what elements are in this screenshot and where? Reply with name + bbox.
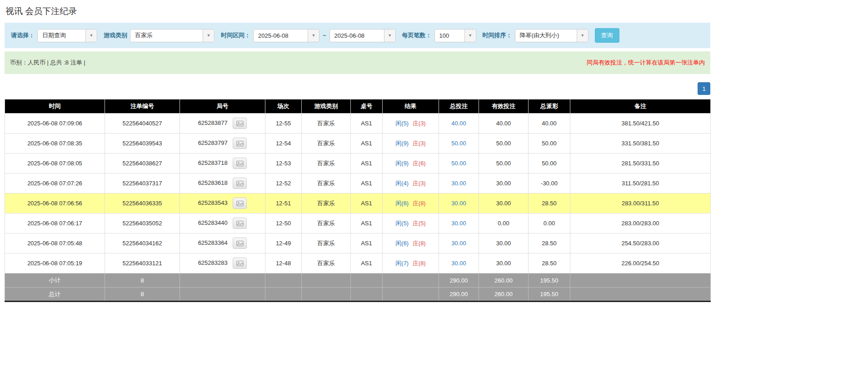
game-type-cell: 百家乐 bbox=[302, 154, 351, 174]
column-header: 备注 bbox=[570, 99, 711, 114]
video-replay-icon bbox=[236, 120, 244, 127]
currency-summary-text: 币别：人民币 | 总共 :8 注单 | bbox=[10, 59, 85, 67]
empty-cell bbox=[351, 288, 383, 302]
video-replay-button[interactable] bbox=[233, 218, 247, 229]
total-bet-link[interactable]: 50.00 bbox=[451, 140, 466, 147]
search-button[interactable]: 查询 bbox=[595, 28, 619, 43]
summary-row: 小计 8 290.00 260.00 195.50 bbox=[5, 273, 711, 288]
total-bet-link[interactable]: 30.00 bbox=[451, 260, 466, 267]
summary-row: 总计 8 290.00 260.00 195.50 bbox=[5, 288, 711, 302]
game-type-cell: 百家乐 bbox=[302, 253, 351, 273]
result-cell: 闲(6) 庄(8) bbox=[383, 193, 439, 213]
round-cell: 625283718 bbox=[180, 154, 265, 174]
result-banker: 庄(8) bbox=[413, 240, 426, 247]
table-row: 2025-06-08 07:09:06 522564040527 6252838… bbox=[5, 114, 711, 134]
payout-cell: 28.50 bbox=[529, 233, 570, 253]
empty-cell bbox=[383, 288, 439, 302]
round-cell: 625283283 bbox=[180, 253, 265, 273]
date-from-select[interactable]: 2025-06-08 ▼ bbox=[253, 29, 319, 42]
game-type-label: 游戏类别 bbox=[104, 31, 127, 40]
total-bet-link[interactable]: 50.00 bbox=[451, 160, 466, 167]
date-range-label: 时间区间： bbox=[221, 31, 250, 40]
video-replay-icon bbox=[236, 260, 244, 267]
summary-total-bet-cell: 290.00 bbox=[439, 288, 479, 302]
column-header: 有效投注 bbox=[479, 99, 529, 114]
game-type-cell: 百家乐 bbox=[302, 174, 351, 193]
total-bet-cell: 50.00 bbox=[439, 134, 479, 154]
game-type-select[interactable]: 百家乐 ▼ bbox=[130, 29, 215, 42]
time-cell: 2025-06-08 07:08:05 bbox=[5, 154, 105, 174]
page-size-value: 100 bbox=[435, 32, 464, 39]
valid-bet-cell: 30.00 bbox=[479, 174, 529, 193]
empty-cell bbox=[302, 273, 351, 288]
table-row: 2025-06-08 07:06:56 522564036335 6252835… bbox=[5, 193, 711, 213]
bet-records-table: 时间注单编号局号场次游戏类别桌号结果总投注有效投注总派彩备注 2025-06-0… bbox=[5, 99, 711, 302]
total-bet-link[interactable]: 40.00 bbox=[451, 120, 466, 127]
video-replay-button[interactable] bbox=[233, 158, 247, 169]
round-number: 625283618 bbox=[198, 179, 228, 186]
result-player: 闲(5) bbox=[395, 220, 409, 227]
payout-cell: 0.00 bbox=[529, 213, 570, 233]
summary-valid-bet-cell: 260.00 bbox=[479, 273, 529, 288]
page-button-1[interactable]: 1 bbox=[698, 82, 710, 95]
summary-bar: 币别：人民币 | 总共 :8 注单 | 同局有效投注，统一计算在该局第一张注单内 bbox=[5, 51, 710, 74]
page-size-select[interactable]: 100 ▼ bbox=[434, 29, 476, 42]
video-replay-button[interactable] bbox=[233, 178, 247, 189]
empty-cell bbox=[570, 288, 711, 302]
video-replay-button[interactable] bbox=[233, 258, 247, 269]
date-to-select[interactable]: 2025-06-08 ▼ bbox=[329, 29, 396, 42]
chevron-down-icon[interactable]: ▼ bbox=[308, 30, 319, 42]
bet-id-cell: 522564036335 bbox=[105, 193, 180, 213]
total-bet-link[interactable]: 30.00 bbox=[451, 220, 466, 227]
table-row: 2025-06-08 07:06:17 522564035052 6252834… bbox=[5, 213, 711, 233]
column-header: 桌号 bbox=[351, 99, 383, 114]
total-bet-cell: 50.00 bbox=[439, 154, 479, 174]
video-replay-icon bbox=[236, 180, 244, 187]
video-replay-button[interactable] bbox=[233, 118, 247, 129]
total-bet-link[interactable]: 30.00 bbox=[451, 240, 466, 247]
result-player: 闲(4) bbox=[395, 180, 409, 187]
time-cell: 2025-06-08 07:05:48 bbox=[5, 233, 105, 253]
table-no-cell: AS1 bbox=[351, 134, 383, 154]
result-cell: 闲(9) 庄(3) bbox=[383, 134, 439, 154]
chevron-down-icon[interactable]: ▼ bbox=[85, 30, 97, 42]
time-cell: 2025-06-08 07:09:06 bbox=[5, 114, 105, 134]
total-bet-cell: 30.00 bbox=[439, 174, 479, 193]
table-row: 2025-06-08 07:05:19 522564033121 6252832… bbox=[5, 253, 711, 273]
total-bet-link[interactable]: 30.00 bbox=[451, 200, 466, 207]
chevron-down-icon[interactable]: ▼ bbox=[384, 30, 395, 42]
video-replay-button[interactable] bbox=[233, 138, 247, 149]
valid-bet-cell: 40.00 bbox=[479, 114, 529, 134]
column-header: 时间 bbox=[5, 99, 105, 114]
video-replay-button[interactable] bbox=[233, 198, 247, 209]
empty-cell bbox=[383, 273, 439, 288]
column-header: 结果 bbox=[383, 99, 439, 114]
remark-cell: 254.50/283.00 bbox=[570, 233, 711, 253]
table-no-cell: AS1 bbox=[351, 154, 383, 174]
session-cell: 12-54 bbox=[265, 134, 302, 154]
session-cell: 12-51 bbox=[265, 193, 302, 213]
time-cell: 2025-06-08 07:06:56 bbox=[5, 193, 105, 213]
video-replay-button[interactable] bbox=[233, 238, 247, 249]
game-type-cell: 百家乐 bbox=[302, 193, 351, 213]
remark-cell: 283.00/283.00 bbox=[570, 213, 711, 233]
result-cell: 闲(6) 庄(8) bbox=[383, 233, 439, 253]
bet-id-cell: 522564035052 bbox=[105, 213, 180, 233]
session-cell: 12-52 bbox=[265, 174, 302, 193]
time-cell: 2025-06-08 07:07:26 bbox=[5, 174, 105, 193]
round-cell: 625283797 bbox=[180, 134, 265, 154]
chevron-down-icon[interactable]: ▼ bbox=[203, 30, 214, 42]
result-banker: 庄(5) bbox=[413, 220, 426, 227]
valid-bet-cell: 50.00 bbox=[479, 134, 529, 154]
sort-order-select[interactable]: 降幂(由大到小) ▼ bbox=[515, 29, 589, 42]
column-header: 游戏类别 bbox=[302, 99, 351, 114]
total-bet-cell: 30.00 bbox=[439, 193, 479, 213]
query-type-select[interactable]: 日期查询 ▼ bbox=[37, 29, 97, 42]
date-separator: ~ bbox=[323, 32, 326, 39]
total-bet-link[interactable]: 30.00 bbox=[451, 180, 466, 187]
page-title: 视讯 会员下注纪录 bbox=[5, 5, 710, 17]
chevron-down-icon[interactable]: ▼ bbox=[464, 30, 476, 42]
table-row: 2025-06-08 07:08:35 522564039543 6252837… bbox=[5, 134, 711, 154]
chevron-down-icon[interactable]: ▼ bbox=[577, 30, 588, 42]
table-body: 2025-06-08 07:09:06 522564040527 6252838… bbox=[5, 114, 711, 273]
